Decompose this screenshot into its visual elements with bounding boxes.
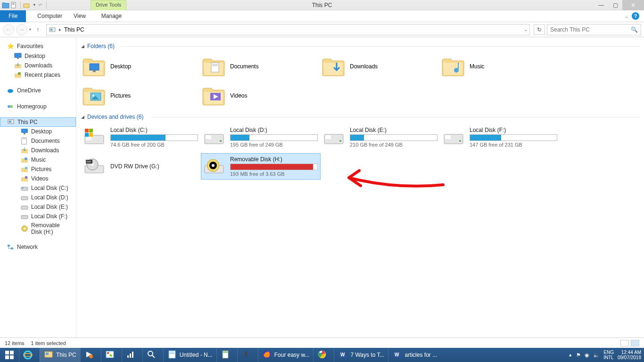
file-tab[interactable]: File: [0, 10, 26, 22]
taskbar-app[interactable]: Four easy w...: [258, 348, 314, 362]
system-tray[interactable]: ▲ ⚑ ◉ 🔈 ENGINTL 12:44 AM09/07/2018: [565, 350, 644, 360]
taskbar-app[interactable]: [216, 348, 237, 362]
svg-rect-5: [24, 4, 29, 8]
address-bar[interactable]: ▸ This PC ⌄: [46, 24, 530, 35]
history-dropdown-icon[interactable]: ▾: [29, 27, 31, 32]
taskbar-app[interactable]: [122, 348, 142, 362]
taskbar-app[interactable]: [237, 348, 258, 362]
start-button[interactable]: [0, 348, 19, 362]
sidebar-item[interactable]: Downloads: [0, 146, 76, 155]
drive-tile[interactable]: DVDDVD RW Drive (G:): [81, 153, 201, 180]
search-box[interactable]: 🔍: [547, 24, 641, 35]
app-icon: [2, 1, 9, 9]
folder-tile[interactable]: Videos: [201, 82, 321, 109]
section-folders[interactable]: ◢Folders (6): [81, 43, 639, 49]
folder-tile[interactable]: Downloads: [321, 53, 440, 80]
folder-tile[interactable]: Pictures: [81, 82, 201, 109]
tray-flag-icon[interactable]: ⚑: [576, 352, 581, 358]
ribbon-collapse-icon[interactable]: ⌵: [625, 14, 628, 19]
search-input[interactable]: [550, 26, 631, 33]
sidebar-item[interactable]: Local Disk (D:): [0, 193, 76, 202]
collapse-icon[interactable]: ◢: [81, 44, 84, 49]
taskbar-app[interactable]: Untitled - N...: [163, 348, 216, 362]
network-icon: [7, 243, 14, 251]
drive-tile[interactable]: Local Disk (C:)74.6 GB free of 200 GB: [81, 124, 201, 150]
sidebar-item[interactable]: Removable Disk (H:): [0, 221, 76, 236]
sidebar-item[interactable]: Local Disk (F:): [0, 212, 76, 221]
help-icon[interactable]: ?: [632, 12, 639, 20]
qat-undo-icon[interactable]: ↶: [39, 3, 42, 8]
sidebar-item[interactable]: Music: [0, 155, 76, 165]
taskbar-app[interactable]: This PC: [40, 348, 80, 362]
sidebar-item[interactable]: Videos: [0, 174, 76, 183]
drive-tools-tab[interactable]: Drive Tools: [91, 0, 126, 10]
svg-rect-93: [223, 351, 228, 353]
status-item-count: 12 items: [5, 340, 25, 346]
sidebar-favourites[interactable]: ⭐Favourites: [0, 41, 76, 51]
tab-computer[interactable]: Computer: [37, 13, 62, 19]
sidebar-item[interactable]: Local Disk (C:): [0, 183, 76, 193]
taskbar-ie[interactable]: [19, 348, 40, 362]
tab-view[interactable]: View: [74, 13, 86, 19]
sidebar-onedrive[interactable]: OneDrive: [0, 85, 76, 96]
collapse-icon[interactable]: ◢: [81, 115, 84, 119]
folder-label: Videos: [230, 92, 247, 99]
drive-tile[interactable]: Local Disk (F:)147 GB free of 231 GB: [440, 124, 560, 150]
taskbar-app[interactable]: Warticles for ...: [388, 348, 441, 362]
sidebar-item-desktop[interactable]: Desktop: [0, 51, 76, 61]
view-tiles-button[interactable]: [631, 340, 639, 346]
taskbar-app[interactable]: W7 Ways to T...: [334, 348, 388, 362]
app-icon: [147, 350, 156, 361]
sidebar-item[interactable]: Documents: [0, 136, 76, 146]
section-drives[interactable]: ◢Devices and drives (6): [81, 114, 639, 120]
qat-properties-icon[interactable]: [10, 1, 18, 9]
drive-free-text: 210 GB free of 249 GB: [350, 142, 438, 148]
taskbar-app[interactable]: [80, 348, 101, 362]
folder-label: Pictures: [110, 92, 131, 99]
minimize-button[interactable]: —: [594, 0, 608, 10]
folder-label: Downloads: [350, 63, 378, 70]
breadcrumb[interactable]: This PC: [64, 26, 84, 33]
sidebar-item[interactable]: Desktop: [0, 127, 76, 136]
sidebar-item-downloads[interactable]: Downloads: [0, 61, 76, 70]
qat-dropdown-icon[interactable]: ▼: [33, 3, 36, 7]
app-icon: [126, 350, 135, 361]
maximize-button[interactable]: ▢: [608, 0, 622, 10]
app-label: Untitled - N...: [180, 352, 213, 358]
refresh-button[interactable]: ↻: [534, 25, 545, 35]
sidebar-item[interactable]: Pictures: [0, 165, 76, 174]
taskbar-app[interactable]: [313, 348, 334, 362]
svg-rect-51: [89, 129, 93, 132]
sidebar-homegroup[interactable]: Homegroup: [0, 101, 76, 112]
svg-rect-18: [21, 129, 28, 133]
svg-rect-53: [89, 133, 93, 137]
sidebar-item-recent[interactable]: Recent places: [0, 70, 76, 80]
drive-tile[interactable]: Removable Disk (H:)193 MB free of 3.63 G…: [201, 153, 321, 180]
item-icon: [21, 165, 28, 173]
sidebar-network[interactable]: Network: [0, 242, 76, 252]
tray-anti-icon[interactable]: ◉: [585, 352, 589, 358]
back-button[interactable]: ←: [3, 24, 14, 35]
sidebar-thispc[interactable]: This PC: [0, 117, 76, 127]
drive-tile[interactable]: Local Disk (E:)210 GB free of 249 GB: [321, 124, 440, 150]
app-icon: [262, 350, 272, 361]
forward-button[interactable]: →: [16, 24, 27, 35]
close-button[interactable]: ✕: [622, 0, 644, 10]
app-label: articles for ...: [405, 352, 437, 358]
tray-volume-icon[interactable]: 🔈: [593, 352, 600, 358]
folder-tile[interactable]: Desktop: [81, 53, 201, 80]
folder-tile[interactable]: Music: [440, 53, 560, 80]
taskbar-app[interactable]: [142, 348, 163, 362]
up-button[interactable]: ↑: [33, 25, 42, 34]
qat-newfolder-icon[interactable]: [23, 1, 31, 9]
drive-icon: [83, 128, 106, 147]
sidebar-item[interactable]: Local Disk (E:): [0, 202, 76, 212]
tray-up-icon[interactable]: ▲: [568, 353, 572, 357]
drive-tile[interactable]: Local Disk (D:)195 GB free of 249 GB: [201, 124, 321, 150]
view-details-button[interactable]: [620, 340, 629, 346]
tab-manage[interactable]: Manage: [101, 13, 122, 19]
taskbar-app[interactable]: [101, 348, 122, 362]
svg-rect-83: [110, 354, 112, 356]
tray-clock[interactable]: 12:44 AM09/07/2018: [618, 350, 641, 360]
folder-tile[interactable]: Documents: [201, 53, 321, 80]
